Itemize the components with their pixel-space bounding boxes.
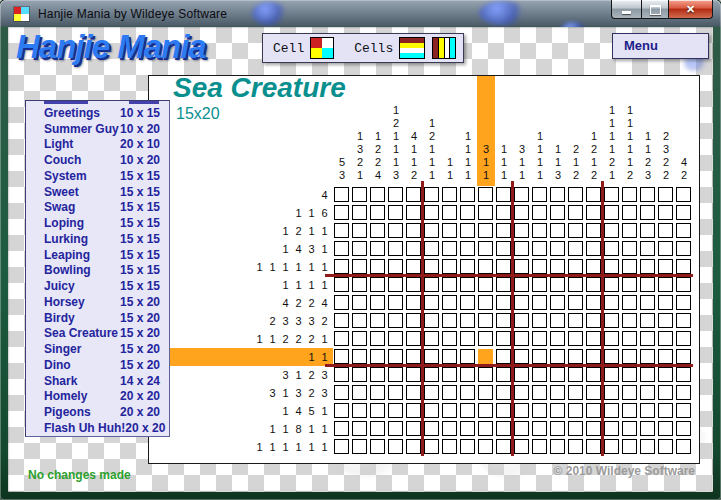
grid-cell-14-15[interactable] — [568, 439, 583, 454]
grid-cell-15-1[interactable] — [586, 187, 601, 202]
list-item-summer-guy[interactable]: Summer Guy10 x 20 — [26, 121, 169, 137]
grid-cell-20-12[interactable] — [676, 385, 691, 400]
grid-cell-8-12[interactable] — [460, 385, 475, 400]
grid-cell-2-15[interactable] — [352, 439, 367, 454]
puzzle-list[interactable]: Greetings10 x 15Summer Guy10 x 20Light20… — [25, 100, 170, 437]
grid-cell-15-10[interactable] — [586, 349, 601, 364]
grid-cell-16-3[interactable] — [604, 223, 619, 238]
grid-cell-7-11[interactable] — [442, 367, 457, 382]
grid-cell-2-8[interactable] — [352, 313, 367, 328]
grid-cell-14-5[interactable] — [568, 259, 583, 274]
grid-cell-7-15[interactable] — [442, 439, 457, 454]
grid-cell-4-6[interactable] — [388, 277, 403, 292]
grid-cell-8-1[interactable] — [460, 187, 475, 202]
grid-cell-17-7[interactable] — [622, 295, 637, 310]
grid-cell-14-12[interactable] — [568, 385, 583, 400]
grid-cell-7-8[interactable] — [442, 313, 457, 328]
grid-cell-3-11[interactable] — [370, 367, 385, 382]
grid-cell-9-2[interactable] — [478, 205, 493, 220]
grid-cell-11-11[interactable] — [514, 367, 529, 382]
grid-cell-11-5[interactable] — [514, 259, 529, 274]
grid-cell-4-7[interactable] — [388, 295, 403, 310]
grid-cell-12-3[interactable] — [532, 223, 547, 238]
grid-cell-11-15[interactable] — [514, 439, 529, 454]
grid-cell-2-2[interactable] — [352, 205, 367, 220]
grid-cell-8-11[interactable] — [460, 367, 475, 382]
grid-cell-17-1[interactable] — [622, 187, 637, 202]
grid-cell-2-1[interactable] — [352, 187, 367, 202]
grid-cell-7-4[interactable] — [442, 241, 457, 256]
grid-cell-1-7[interactable] — [334, 295, 349, 310]
grid-cell-2-13[interactable] — [352, 403, 367, 418]
grid-cell-11-13[interactable] — [514, 403, 529, 418]
grid-cell-17-2[interactable] — [622, 205, 637, 220]
grid-cell-4-14[interactable] — [388, 421, 403, 436]
grid-cell-12-9[interactable] — [532, 331, 547, 346]
grid-cell-9-8[interactable] — [478, 313, 493, 328]
grid-cell-8-6[interactable] — [460, 277, 475, 292]
grid-cell-13-6[interactable] — [550, 277, 565, 292]
grid-cell-10-2[interactable] — [496, 205, 511, 220]
grid-cell-8-14[interactable] — [460, 421, 475, 436]
grid-cell-1-10[interactable] — [334, 349, 349, 364]
list-item-bowling[interactable]: Bowling15 x 15 — [26, 263, 169, 279]
grid-cell-8-13[interactable] — [460, 403, 475, 418]
grid-cell-16-14[interactable] — [604, 421, 619, 436]
grid-cell-12-13[interactable] — [532, 403, 547, 418]
list-item-leaping[interactable]: Leaping15 x 15 — [26, 247, 169, 263]
grid-cell-1-15[interactable] — [334, 439, 349, 454]
grid-cell-3-3[interactable] — [370, 223, 385, 238]
grid-cell-18-1[interactable] — [640, 187, 655, 202]
grid-cell-6-13[interactable] — [424, 403, 439, 418]
grid-cell-20-2[interactable] — [676, 205, 691, 220]
grid-cell-1-11[interactable] — [334, 367, 349, 382]
grid-cell-6-14[interactable] — [424, 421, 439, 436]
list-item-horsey[interactable]: Horsey15 x 20 — [26, 294, 169, 310]
grid-cell-5-6[interactable] — [406, 277, 421, 292]
grid-cell-5-7[interactable] — [406, 295, 421, 310]
grid-cell-5-2[interactable] — [406, 205, 421, 220]
grid-cell-14-14[interactable] — [568, 421, 583, 436]
grid-cell-19-2[interactable] — [658, 205, 673, 220]
grid-cell-8-10[interactable] — [460, 349, 475, 364]
list-item-dino[interactable]: Dino15 x 20 — [26, 357, 169, 373]
grid-cell-19-13[interactable] — [658, 403, 673, 418]
grid-cell-11-2[interactable] — [514, 205, 529, 220]
grid-cell-9-4[interactable] — [478, 241, 493, 256]
grid-cell-19-3[interactable] — [658, 223, 673, 238]
grid-cell-4-15[interactable] — [388, 439, 403, 454]
list-item-lurking[interactable]: Lurking15 x 15 — [26, 231, 169, 247]
grid-cell-9-12[interactable] — [478, 385, 493, 400]
grid-cell-7-9[interactable] — [442, 331, 457, 346]
grid-cell-13-15[interactable] — [550, 439, 565, 454]
grid-cell-16-11[interactable] — [604, 367, 619, 382]
grid-cell-18-6[interactable] — [640, 277, 655, 292]
grid-cell-11-3[interactable] — [514, 223, 529, 238]
grid-cell-18-5[interactable] — [640, 259, 655, 274]
grid-cell-4-13[interactable] — [388, 403, 403, 418]
list-item-flash-uh-huh-[interactable]: Flash Uh Huh!20 x 20 — [26, 420, 169, 436]
grid-cell-16-2[interactable] — [604, 205, 619, 220]
grid-cell-5-8[interactable] — [406, 313, 421, 328]
grid-cell-13-11[interactable] — [550, 367, 565, 382]
grid-cell-13-1[interactable] — [550, 187, 565, 202]
grid-cell-6-15[interactable] — [424, 439, 439, 454]
grid-cell-5-1[interactable] — [406, 187, 421, 202]
grid-cell-16-13[interactable] — [604, 403, 619, 418]
grid-cell-18-13[interactable] — [640, 403, 655, 418]
grid-cell-7-12[interactable] — [442, 385, 457, 400]
list-item-greetings[interactable]: Greetings10 x 15 — [26, 105, 169, 121]
grid-cell-1-8[interactable] — [334, 313, 349, 328]
grid-cell-10-4[interactable] — [496, 241, 511, 256]
grid-cell-15-2[interactable] — [586, 205, 601, 220]
grid-cell-17-12[interactable] — [622, 385, 637, 400]
list-item-birdy[interactable]: Birdy15 x 20 — [26, 310, 169, 326]
grid-cell-14-8[interactable] — [568, 313, 583, 328]
grid-cell-9-14[interactable] — [478, 421, 493, 436]
grid-cell-11-9[interactable] — [514, 331, 529, 346]
grid-cell-4-9[interactable] — [388, 331, 403, 346]
grid-cell-4-4[interactable] — [388, 241, 403, 256]
grid-cell-15-13[interactable] — [586, 403, 601, 418]
grid-cell-16-4[interactable] — [604, 241, 619, 256]
grid-cell-8-4[interactable] — [460, 241, 475, 256]
